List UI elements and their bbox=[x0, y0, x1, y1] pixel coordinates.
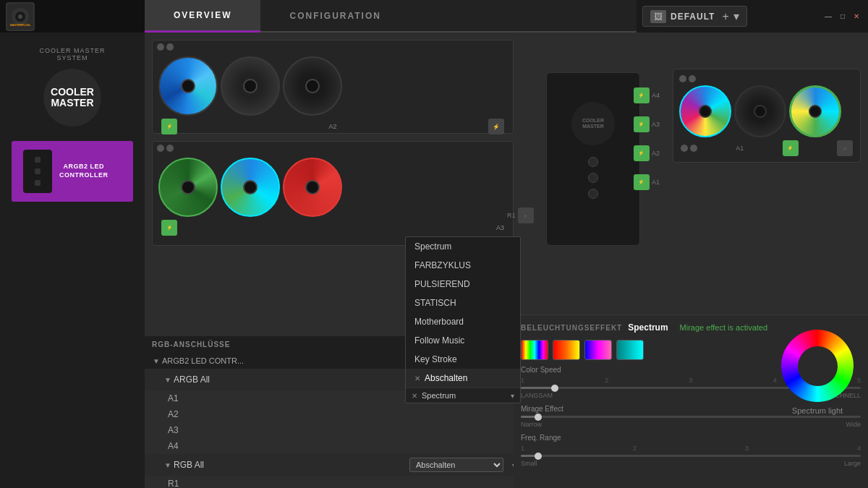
tab-overview[interactable]: OVERVIEW bbox=[145, 0, 260, 33]
add-profile-button[interactable]: + bbox=[722, 10, 728, 23]
swatch-warm[interactable] bbox=[553, 340, 580, 360]
tab-configuration[interactable]: CONFIGURATION bbox=[260, 0, 409, 31]
fan-1 bbox=[158, 56, 218, 116]
swatch-cool[interactable] bbox=[584, 340, 612, 360]
right-a1-label: A1 bbox=[736, 145, 744, 152]
port-a3-btn[interactable]: ⚡ bbox=[634, 116, 650, 132]
port-a4-btn[interactable]: ⚡ bbox=[634, 87, 650, 103]
port-a3: ⚡ A3 bbox=[634, 116, 660, 132]
dropdown-item-pulsierend[interactable]: PULSIEREND bbox=[406, 275, 520, 294]
rgb-all-select[interactable]: Abschalten bbox=[409, 458, 503, 472]
minimize-button[interactable]: — bbox=[825, 12, 832, 20]
ctrl-dots bbox=[588, 157, 598, 199]
dropdown-item-spectrum[interactable]: Spectrum bbox=[406, 237, 520, 256]
fan-2 bbox=[221, 56, 280, 116]
left-panel: ⚡ A2 ⚡ bbox=[145, 33, 521, 488]
fan-4 bbox=[158, 158, 218, 217]
right-fans-bottom: A1 ⚡ ○ bbox=[679, 140, 854, 156]
svg-point-2 bbox=[18, 14, 22, 19]
freq-range-slider[interactable] bbox=[521, 455, 861, 457]
right-fans-row bbox=[679, 85, 854, 137]
right-fans-icon-row bbox=[679, 75, 854, 82]
dropdown-item-motherboard[interactable]: Motherboard bbox=[406, 312, 520, 331]
port-r1-btn[interactable]: ○ bbox=[518, 207, 534, 223]
wide-label: Wide bbox=[846, 421, 861, 428]
port-a1-btn[interactable]: ⚡ bbox=[634, 174, 650, 190]
r1-label: R1 bbox=[507, 212, 516, 219]
device-label: ARGB2 LED CONTROLLER bbox=[59, 163, 109, 179]
brand-text: COOLER MASTER SYSTEM bbox=[39, 47, 105, 61]
port-btn-a2-green[interactable]: ⚡ bbox=[161, 119, 177, 134]
device-list: ARGB2 LED CONTROLLER bbox=[0, 134, 145, 209]
port-btn-a3-green[interactable]: ⚡ bbox=[161, 220, 177, 236]
port-btn-gray-1[interactable]: ⚡ bbox=[488, 119, 504, 134]
controller-box: ⚡ A4 ⚡ A3 ⚡ A2 ⚡ A1 bbox=[546, 72, 640, 246]
fan-3 bbox=[283, 56, 342, 116]
content-area: ⚡ A2 ⚡ bbox=[145, 33, 868, 488]
fan-5 bbox=[221, 158, 280, 217]
fan-group-2: ⚡ A3 bbox=[152, 141, 514, 246]
port-a4-label: A4 bbox=[652, 92, 660, 99]
sidebar-logo-area: MASTERPLUS+ bbox=[0, 0, 145, 33]
tree-a4: A4 bbox=[145, 438, 521, 454]
mirage-badge: Mirage effect is activated bbox=[680, 323, 767, 332]
device-icon bbox=[23, 150, 52, 193]
profile-area[interactable]: 🖼 DEFAULT + ▾ bbox=[642, 6, 747, 27]
port-a1-label: A1 bbox=[652, 179, 660, 186]
label-a3: A3 bbox=[496, 224, 504, 231]
app-logo: MASTERPLUS+ bbox=[6, 2, 35, 31]
fan-group-icon-1 bbox=[157, 43, 174, 51]
cm-logo-text: COOLER MASTER bbox=[51, 87, 94, 109]
right-port-btn-gray[interactable]: ○ bbox=[837, 140, 853, 156]
right-fans-box: A1 ⚡ ○ bbox=[673, 69, 861, 163]
title-bar: 🖼 DEFAULT + ▾ — □ ✕ bbox=[637, 0, 868, 33]
device-item-argb[interactable]: ARGB2 LED CONTROLLER bbox=[12, 141, 133, 202]
color-wheel-container: Spectrum light bbox=[781, 330, 854, 415]
small-label: Small bbox=[521, 460, 537, 467]
dropdown-item-abschalten[interactable]: Abschalten bbox=[406, 369, 520, 388]
port-a2-ctrl: ⚡ A2 bbox=[634, 145, 660, 161]
right-fan-1 bbox=[679, 85, 731, 137]
narrow-label: Narrow bbox=[521, 421, 542, 428]
port-r1-ctrl: R1 ○ bbox=[507, 207, 534, 223]
fans-row-2 bbox=[158, 158, 507, 217]
fans-row-1 bbox=[158, 56, 507, 116]
right-fans-group: A1 ⚡ ○ bbox=[673, 69, 861, 163]
fan-group-icon-2 bbox=[157, 145, 174, 152]
tree-r1: R1 bbox=[145, 476, 521, 488]
color-wheel[interactable] bbox=[781, 330, 854, 402]
freq-range-group: Freq. Range 1 2 3 4 Small Large bbox=[521, 434, 861, 467]
large-label: Large bbox=[844, 460, 861, 467]
right-port-btn[interactable]: ⚡ bbox=[783, 140, 799, 156]
main-area: OVERVIEW CONFIGURATION bbox=[145, 0, 868, 488]
close-button[interactable]: ✕ bbox=[854, 12, 859, 20]
port-a4: ⚡ A4 bbox=[634, 87, 660, 103]
sidebar: MASTERPLUS+ COOLER MASTER SYSTEM COOLER … bbox=[0, 0, 145, 488]
dropdown-item-statisch[interactable]: STATISCH bbox=[406, 294, 520, 312]
label-a2: A2 bbox=[328, 123, 336, 130]
dropdown-item-key-stroke[interactable]: Key Stroke bbox=[406, 350, 520, 369]
profile-dropdown-icon[interactable]: ▾ bbox=[733, 9, 739, 23]
tree-a2: A2 bbox=[145, 406, 521, 422]
fan-group-1: ⚡ A2 ⚡ bbox=[152, 40, 514, 134]
mirage-slider[interactable] bbox=[521, 416, 861, 418]
port-a2-btn[interactable]: ⚡ bbox=[634, 145, 650, 161]
cm-logo-ctrl: COOLERMASTER bbox=[571, 102, 615, 145]
group-bottom-2: ⚡ A3 bbox=[158, 220, 507, 236]
tree-rgb-all: ▼ RGB All Abschalten ▾ bbox=[145, 454, 521, 476]
effects-name: Spectrum bbox=[628, 322, 668, 333]
swatch-rainbow[interactable] bbox=[521, 340, 548, 360]
port-a2-label: A2 bbox=[652, 150, 660, 157]
profile-icon: 🖼 bbox=[650, 10, 666, 23]
dropdown-menu[interactable]: Spectrum FARBZYKLUS PULSIEREND STATISCH … bbox=[405, 236, 521, 403]
dropdown-item-follow-music[interactable]: Follow Music bbox=[406, 331, 520, 350]
slow-label: LANGSAM bbox=[521, 392, 553, 399]
maximize-button[interactable]: □ bbox=[841, 12, 845, 20]
effects-title: BELEUCHTUNGSEFFEKT bbox=[521, 324, 622, 332]
swatch-teal[interactable] bbox=[616, 340, 644, 360]
dropdown-item-farbzyklus[interactable]: FARBZYKLUS bbox=[406, 256, 520, 275]
fan-6 bbox=[283, 158, 342, 217]
profile-name: DEFAULT bbox=[671, 12, 715, 22]
svg-text:MASTERPLUS+: MASTERPLUS+ bbox=[10, 23, 30, 27]
color-wheel-inner bbox=[798, 346, 838, 386]
